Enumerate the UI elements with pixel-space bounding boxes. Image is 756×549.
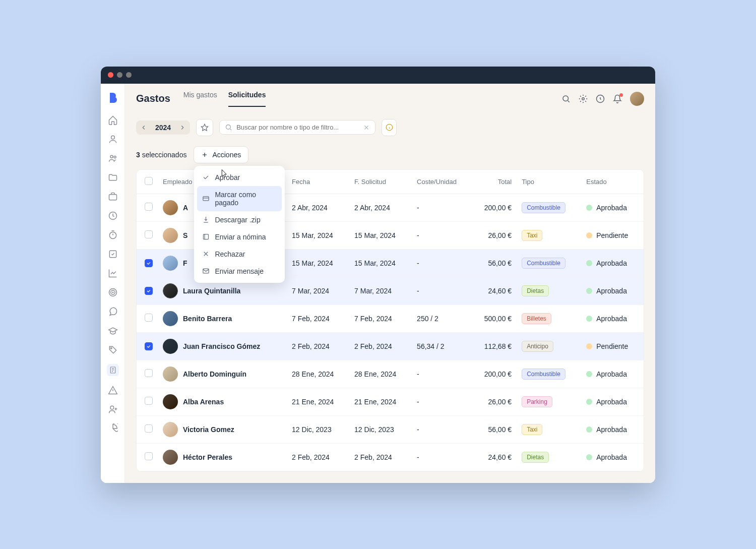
col-estado[interactable]: Estado xyxy=(581,170,644,194)
row-checkbox[interactable] xyxy=(145,342,153,350)
clock-icon[interactable] xyxy=(108,211,118,221)
col-fsolicitud[interactable]: F. Solicitud xyxy=(349,170,412,194)
user-plus-icon[interactable] xyxy=(108,404,118,414)
chat-icon[interactable] xyxy=(108,307,118,317)
close-dot[interactable] xyxy=(108,72,113,78)
home-icon[interactable] xyxy=(108,115,118,125)
info-button[interactable] xyxy=(382,119,397,136)
row-checkbox[interactable] xyxy=(145,452,153,460)
warning-icon[interactable] xyxy=(108,385,118,395)
table-row[interactable]: Alberto Dominguín28 Ene, 202428 Ene, 202… xyxy=(137,360,644,388)
pie-icon[interactable] xyxy=(108,423,118,434)
notifications-icon[interactable] xyxy=(613,94,622,103)
tab-mis-gastos[interactable]: Mis gastos xyxy=(183,91,217,107)
fecha-cell: 21 Ene, 2024 xyxy=(287,388,349,415)
x-icon xyxy=(202,250,210,258)
status-dot xyxy=(586,454,592,460)
row-checkbox[interactable] xyxy=(145,287,153,295)
status-cell: Aprobada xyxy=(586,204,639,212)
fsolicitud-cell: 15 Mar, 2024 xyxy=(349,221,412,249)
coste-cell: - xyxy=(412,194,472,221)
receipt-icon[interactable] xyxy=(107,364,119,376)
table-row[interactable]: Benito Barrera7 Feb, 20247 Feb, 2024250 … xyxy=(137,304,644,332)
fsolicitud-cell: 2 Feb, 2024 xyxy=(349,443,412,471)
svg-rect-3 xyxy=(109,194,116,200)
users-icon[interactable] xyxy=(108,153,118,163)
type-badge: Taxi xyxy=(522,230,542,241)
card-icon xyxy=(202,195,210,202)
menu-enviar-a-n-mina[interactable]: Enviar a nómina xyxy=(197,228,282,246)
status-cell: Aprobada xyxy=(586,315,639,323)
prev-year[interactable] xyxy=(140,124,147,131)
col-coste[interactable]: Coste/Unidad xyxy=(412,170,472,194)
clear-search[interactable] xyxy=(363,124,370,131)
chart-icon[interactable] xyxy=(108,268,118,278)
target-icon[interactable] xyxy=(108,287,118,297)
user-avatar[interactable] xyxy=(630,92,644,106)
next-year[interactable] xyxy=(179,124,186,131)
svg-point-12 xyxy=(110,406,114,409)
tabs: Mis gastosSolicitudes xyxy=(183,91,266,107)
maximize-dot[interactable] xyxy=(126,72,132,78)
status-cell: Aprobada xyxy=(586,425,639,434)
menu-enviar-mensaje[interactable]: Enviar mensaje xyxy=(197,263,282,280)
select-all-checkbox[interactable] xyxy=(145,177,153,185)
type-badge: Parking xyxy=(522,396,552,407)
actions-button[interactable]: Acciones AprobarMarcar como pagadoDescar… xyxy=(194,146,248,163)
coste-cell: - xyxy=(412,277,472,304)
row-checkbox[interactable] xyxy=(145,230,153,238)
svg-point-7 xyxy=(109,288,116,296)
folder-icon[interactable] xyxy=(108,172,118,182)
search-field[interactable] xyxy=(219,120,375,135)
row-checkbox[interactable] xyxy=(145,314,153,322)
status-dot xyxy=(586,371,592,377)
menu-descargar-zip[interactable]: Descargar .zip xyxy=(197,211,282,228)
total-cell: 200,00 € xyxy=(472,194,517,221)
svg-point-13 xyxy=(563,96,569,101)
row-checkbox[interactable] xyxy=(145,203,153,211)
type-badge: Combustible xyxy=(522,202,565,213)
employee-name: Alba Arenas xyxy=(183,398,224,406)
table-row[interactable]: Héctor Perales2 Feb, 20242 Feb, 2024-24,… xyxy=(137,443,644,471)
menu-marcar-como-pagado[interactable]: Marcar como pagado xyxy=(197,186,282,211)
row-checkbox[interactable] xyxy=(145,259,153,267)
row-checkbox[interactable] xyxy=(145,424,153,433)
fsolicitud-cell: 2 Abr, 2024 xyxy=(349,194,412,221)
settings-icon[interactable] xyxy=(579,94,588,103)
row-checkbox[interactable] xyxy=(145,397,153,405)
check-square-icon[interactable] xyxy=(108,249,118,259)
fecha-cell: 2 Abr, 2024 xyxy=(287,194,349,221)
col-fecha[interactable]: Fecha xyxy=(287,170,349,194)
row-checkbox[interactable] xyxy=(145,369,153,377)
search-input[interactable] xyxy=(236,124,359,131)
col-tipo[interactable]: Tipo xyxy=(517,170,581,194)
col-total[interactable]: Total xyxy=(472,170,517,194)
table-row[interactable]: Juan Francisco Gómez2 Feb, 20242 Feb, 20… xyxy=(137,332,644,360)
search-icon[interactable] xyxy=(561,94,571,103)
type-badge: Anticipo xyxy=(522,341,553,352)
minimize-dot[interactable] xyxy=(117,72,122,78)
help-icon[interactable] xyxy=(596,94,605,103)
table-row[interactable]: Alba Arenas21 Ene, 202421 Ene, 2024-26,0… xyxy=(137,388,644,415)
status-cell: Aprobada xyxy=(586,398,639,406)
svg-rect-20 xyxy=(204,234,209,239)
fecha-cell: 28 Ene, 2024 xyxy=(287,360,349,388)
type-badge: Billetes xyxy=(522,313,551,324)
timer-icon[interactable] xyxy=(108,230,118,240)
favorite-button[interactable] xyxy=(196,119,213,136)
status-dot xyxy=(586,260,592,266)
status-dot xyxy=(586,232,592,238)
employee-name: Victoria Gomez xyxy=(183,425,234,434)
table-row[interactable]: Victoria Gomez12 Dic, 202312 Dic, 2023-5… xyxy=(137,415,644,443)
employee-name: F xyxy=(183,259,187,267)
employee-avatar xyxy=(163,394,178,409)
tag-icon[interactable] xyxy=(108,345,118,355)
menu-aprobar[interactable]: Aprobar xyxy=(197,169,282,186)
mortarboard-icon[interactable] xyxy=(108,326,118,336)
cursor-icon xyxy=(219,169,228,178)
menu-rechazar[interactable]: Rechazar xyxy=(197,246,282,263)
briefcase-icon[interactable] xyxy=(108,192,118,202)
tab-solicitudes[interactable]: Solicitudes xyxy=(228,91,266,107)
user-icon[interactable] xyxy=(108,134,118,144)
employee-name: A xyxy=(183,204,188,212)
